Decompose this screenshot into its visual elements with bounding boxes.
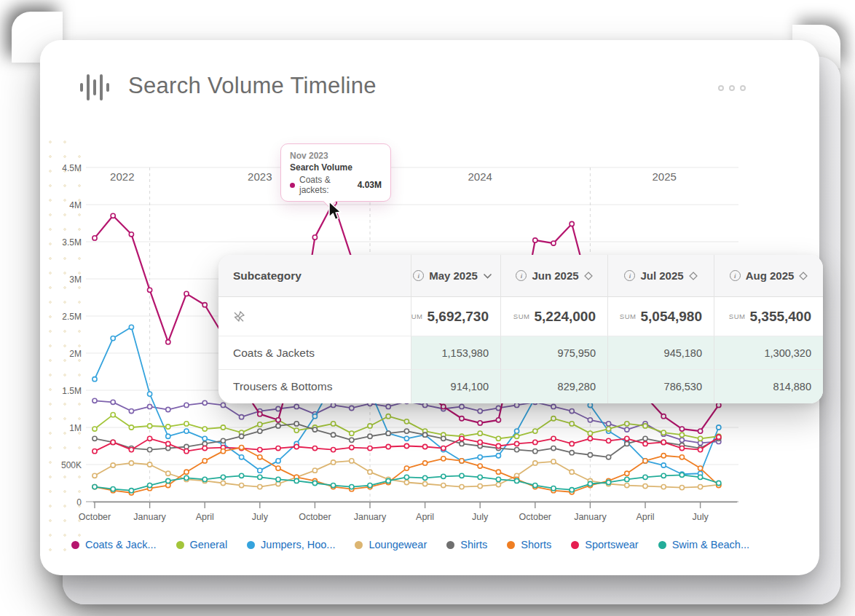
diamond-sort-icon[interactable] xyxy=(799,272,808,280)
tooltip-metric-label: Search Volume xyxy=(290,162,382,173)
svg-text:January: January xyxy=(574,512,607,522)
info-icon[interactable]: i xyxy=(413,270,424,281)
svg-text:2022: 2022 xyxy=(110,170,134,183)
diamond-sort-icon[interactable] xyxy=(689,272,698,280)
legend-label: Swim & Beach... xyxy=(672,539,749,550)
svg-text:October: October xyxy=(519,512,551,522)
info-icon[interactable]: i xyxy=(516,270,527,281)
sum-cell-jul: SUM 5,054,980 xyxy=(608,297,714,336)
svg-text:January: January xyxy=(354,512,387,522)
column-header-jun-2025[interactable]: i Jun 2025 xyxy=(501,255,608,297)
svg-text:April: April xyxy=(196,512,214,522)
mouse-cursor-icon xyxy=(328,201,345,223)
legend-item[interactable]: General xyxy=(176,539,228,550)
svg-text:2024: 2024 xyxy=(468,170,492,183)
svg-text:July: July xyxy=(692,512,709,522)
legend-label: General xyxy=(190,539,228,550)
legend-item[interactable]: Shorts xyxy=(507,539,551,550)
svg-text:July: July xyxy=(252,512,269,522)
legend-label: Jumpers, Hoo... xyxy=(261,539,335,550)
svg-text:January: January xyxy=(133,512,166,522)
column-header-jul-2025[interactable]: i Jul 2025 xyxy=(608,255,714,297)
table-cell[interactable]: 814,880 xyxy=(714,370,823,403)
svg-text:0: 0 xyxy=(76,497,82,508)
tooltip-value: 4.03M xyxy=(358,180,382,190)
svg-text:4.5M: 4.5M xyxy=(62,163,82,173)
table-cell[interactable]: 914,100 xyxy=(411,370,501,403)
chevron-down-icon[interactable] xyxy=(483,272,492,280)
table-cell[interactable]: 1,153,980 xyxy=(411,336,501,370)
subcategory-data-table: Subcategory i May 2025 i Jun 2025 i Jul … xyxy=(218,255,823,403)
diamond-sort-icon[interactable] xyxy=(584,272,593,280)
screenshot-stage: Search Volume Timeline 4.5M4M3.5M3M2.5M2… xyxy=(0,0,855,616)
tooltip-series-dot xyxy=(290,183,295,188)
svg-text:October: October xyxy=(299,512,331,522)
svg-text:1.5M: 1.5M xyxy=(62,386,82,396)
table-cell[interactable]: 786,530 xyxy=(608,370,714,403)
table-cell[interactable]: 975,950 xyxy=(501,336,608,370)
legend-item[interactable]: Shirts xyxy=(446,539,487,550)
legend-label: Sportswear xyxy=(585,539,638,550)
legend-color-dot xyxy=(571,541,579,549)
tooltip-series-name: Coats & jackets: xyxy=(299,175,353,195)
svg-text:4M: 4M xyxy=(69,200,82,210)
svg-text:3.5M: 3.5M xyxy=(62,237,82,248)
sum-cell-may: SUM 5,692,730 xyxy=(411,297,501,336)
legend-color-dot xyxy=(176,541,184,549)
table-cell[interactable]: 945,180 xyxy=(608,336,714,370)
legend-color-dot xyxy=(247,541,255,549)
chart-legend: Coats & Jack...GeneralJumpers, Hoo...Lou… xyxy=(71,539,749,550)
row-name-coats-jackets[interactable]: Coats & Jackets xyxy=(218,336,411,370)
svg-text:500K: 500K xyxy=(61,460,82,470)
column-header-aug-2025[interactable]: i Aug 2025 xyxy=(714,255,823,297)
sum-cell-jun: SUM 5,224,000 xyxy=(501,297,608,336)
svg-text:2025: 2025 xyxy=(653,170,677,183)
legend-item[interactable]: Sportswear xyxy=(571,539,638,550)
svg-text:2.5M: 2.5M xyxy=(62,312,82,322)
legend-color-dot xyxy=(446,541,454,549)
svg-text:April: April xyxy=(636,512,654,522)
info-icon[interactable]: i xyxy=(730,270,741,281)
table-cell[interactable]: 1,300,320 xyxy=(714,336,823,370)
legend-item[interactable]: Swim & Beach... xyxy=(658,539,749,550)
legend-label: Loungewear xyxy=(369,539,427,550)
svg-text:2M: 2M xyxy=(69,349,82,359)
legend-item[interactable]: Loungewear xyxy=(355,539,427,550)
table-cell[interactable]: 829,280 xyxy=(501,370,608,403)
legend-color-dot xyxy=(507,541,515,549)
pin-row-cell xyxy=(218,297,411,336)
legend-color-dot xyxy=(71,541,79,549)
svg-text:2023: 2023 xyxy=(248,170,272,183)
svg-text:July: July xyxy=(472,512,489,522)
chart-tooltip: Nov 2023 Search Volume Coats & jackets: … xyxy=(280,143,391,202)
pin-off-icon[interactable] xyxy=(232,309,246,324)
svg-text:October: October xyxy=(79,512,111,522)
legend-color-dot xyxy=(658,541,666,549)
legend-item[interactable]: Jumpers, Hoo... xyxy=(247,539,335,550)
column-header-subcategory[interactable]: Subcategory xyxy=(218,255,411,297)
row-name-trousers-bottoms[interactable]: Trousers & Bottoms xyxy=(218,370,411,403)
legend-label: Shirts xyxy=(460,539,487,550)
legend-item[interactable]: Coats & Jack... xyxy=(71,539,157,550)
tooltip-date: Nov 2023 xyxy=(290,151,382,161)
sum-cell-aug: SUM 5,355,400 xyxy=(714,297,823,336)
legend-color-dot xyxy=(355,541,363,549)
legend-label: Coats & Jack... xyxy=(85,539,157,550)
svg-text:3M: 3M xyxy=(69,275,82,285)
legend-label: Shorts xyxy=(521,539,551,550)
svg-text:April: April xyxy=(416,512,434,522)
svg-text:1M: 1M xyxy=(69,423,82,433)
info-icon[interactable]: i xyxy=(624,270,635,281)
column-header-may-2025[interactable]: i May 2025 xyxy=(411,255,501,297)
